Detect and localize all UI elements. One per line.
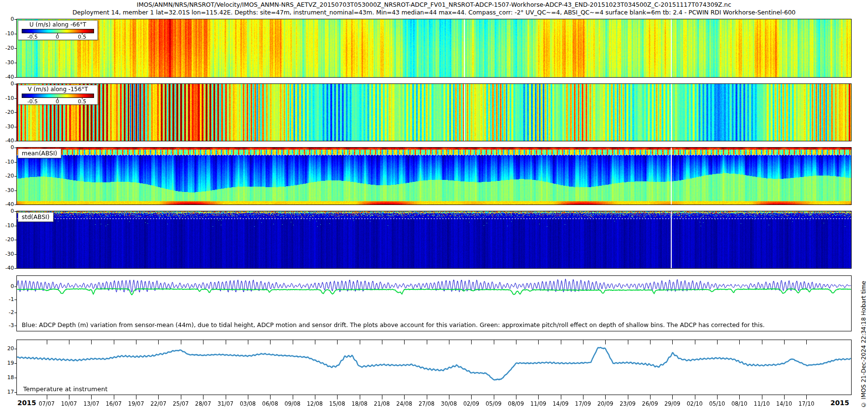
x-tick-mark-bottom xyxy=(561,395,561,399)
x-tick-mark-bottom xyxy=(293,395,293,399)
x-tick-mark-bottom xyxy=(471,395,472,399)
x-tick-label: 12/08 xyxy=(307,400,323,407)
x-tick-mark-top-inside xyxy=(494,340,494,344)
x-tick-mark-bottom xyxy=(605,395,606,399)
x-tick-label: 14/09 xyxy=(553,400,569,407)
x-tick-label: 05/10 xyxy=(709,400,725,407)
y-tick-mark xyxy=(14,48,16,49)
x-tick-mark-bottom xyxy=(158,395,159,399)
x-tick-mark-bottom xyxy=(583,395,583,399)
x-tick-label: 14/10 xyxy=(776,400,792,407)
y-tick-mark xyxy=(14,287,16,287)
x-tick-mark-bottom xyxy=(427,395,427,399)
x-tick-label: 17/10 xyxy=(799,400,814,407)
y-tick-label: 0 xyxy=(1,208,14,214)
y-tick-mark xyxy=(14,176,16,177)
x-tick-mark-top-inside xyxy=(695,340,695,344)
y-tick-mark xyxy=(14,226,16,226)
x-axis-year-left: 2015 xyxy=(17,399,36,407)
y-tick-mark xyxy=(14,141,16,141)
y-tick-mark xyxy=(14,313,16,313)
x-tick-mark-top-inside xyxy=(69,340,69,344)
x-tick-mark-bottom xyxy=(806,395,807,399)
x-tick-mark-bottom xyxy=(762,395,762,399)
x-tick-label: 21/08 xyxy=(374,400,390,407)
x-tick-label: 02/10 xyxy=(687,400,703,407)
x-tick-mark-bottom xyxy=(695,395,695,399)
y-tick-mark xyxy=(14,392,16,393)
y-tick-label: -10 xyxy=(1,222,14,229)
x-tick-label: 29/09 xyxy=(665,400,680,407)
panel-std-absi-heatmap: std(ABSI) xyxy=(16,211,852,269)
x-tick-mark-top-inside xyxy=(762,340,762,344)
x-tick-mark-top-inside xyxy=(248,340,248,344)
x-tick-mark-top-inside xyxy=(91,340,92,344)
x-tick-mark-bottom xyxy=(315,395,315,399)
y-tick-mark xyxy=(14,98,16,99)
x-tick-mark-bottom xyxy=(672,395,673,399)
x-tick-mark-bottom xyxy=(494,395,494,399)
x-tick-mark-bottom xyxy=(136,395,136,399)
x-tick-mark-bottom xyxy=(47,395,47,399)
y-tick-mark xyxy=(14,148,16,148)
y-tick-label: -20 xyxy=(1,109,14,115)
legend-u-title: U (m/s) along -66°T xyxy=(18,21,97,28)
y-tick-mark xyxy=(14,127,16,127)
x-tick-label: 18/08 xyxy=(352,400,367,407)
y-tick-mark xyxy=(14,349,16,349)
x-tick-label: 07/07 xyxy=(39,400,54,407)
x-tick-mark-bottom xyxy=(114,395,114,399)
y-tick-label: -20 xyxy=(1,45,14,51)
x-tick-mark-bottom xyxy=(270,395,271,399)
figure-title-filename: IMOS/ANMN/NRS/NRSROT/Velocity/IMOS_ANMN-… xyxy=(0,1,868,8)
x-tick-mark-top-inside xyxy=(650,340,651,344)
x-tick-mark-top-inside xyxy=(538,340,539,344)
x-tick-mark-bottom xyxy=(382,395,382,399)
x-tick-mark-top-inside xyxy=(516,340,516,344)
x-tick-mark-top-inside xyxy=(471,340,472,344)
y-tick-label: -40 xyxy=(1,265,14,271)
x-tick-mark-top-inside xyxy=(806,340,807,344)
y-tick-label: 0 xyxy=(1,144,14,150)
x-tick-mark-top-inside xyxy=(672,340,673,344)
x-tick-mark-top-inside xyxy=(605,340,606,344)
x-tick-mark-top-inside xyxy=(739,340,740,344)
x-tick-mark-top-inside xyxy=(404,340,405,344)
x-tick-mark-top-inside xyxy=(427,340,427,344)
x-tick-label: 08/09 xyxy=(508,400,524,407)
x-tick-mark-top-inside xyxy=(449,340,449,344)
x-tick-mark-top-inside xyxy=(114,340,114,344)
x-tick-mark-bottom xyxy=(181,395,181,399)
x-tick-label: 19/07 xyxy=(128,400,144,407)
y-tick-mark xyxy=(14,326,16,326)
x-tick-mark-top-inside xyxy=(784,340,785,344)
x-tick-mark-bottom xyxy=(360,395,360,399)
colorbar-u-tick-label: 0.5 xyxy=(78,34,87,40)
x-tick-mark-top-inside xyxy=(382,340,382,344)
x-tick-label: 30/08 xyxy=(441,400,457,407)
panel-depth-variation: Blue: ADCP Depth (m) variation from sens… xyxy=(16,275,852,331)
y-tick-label: -30 xyxy=(1,187,14,193)
y-tick-mark xyxy=(14,162,16,163)
y-tick-label: -40 xyxy=(1,201,14,207)
y-tick-label: 19 xyxy=(1,360,14,366)
y-tick-label: 17 xyxy=(1,389,14,395)
colorbar-v-tick-label: 0.5 xyxy=(78,98,87,105)
y-tick-label: -1 xyxy=(1,296,14,302)
x-tick-mark-bottom xyxy=(337,395,338,399)
y-tick-mark xyxy=(14,300,16,300)
label-mean-absi: mean(ABSI) xyxy=(18,149,61,158)
y-tick-label: 0 xyxy=(1,283,14,289)
x-tick-mark-top-inside xyxy=(315,340,315,344)
y-tick-mark xyxy=(14,378,16,378)
y-tick-label: -10 xyxy=(1,95,14,101)
x-tick-label: 26/09 xyxy=(642,400,658,407)
x-tick-mark-bottom xyxy=(248,395,248,399)
y-tick-mark xyxy=(14,63,16,63)
x-tick-mark-bottom xyxy=(628,395,628,399)
colorbar-v-jet xyxy=(22,94,94,98)
x-tick-mark-top-inside xyxy=(583,340,583,344)
y-tick-label: 0 xyxy=(1,81,14,87)
figure-root: IMOS/ANMN/NRS/NRSROT/Velocity/IMOS_ANMN-… xyxy=(0,0,868,410)
x-tick-mark-bottom xyxy=(91,395,92,399)
